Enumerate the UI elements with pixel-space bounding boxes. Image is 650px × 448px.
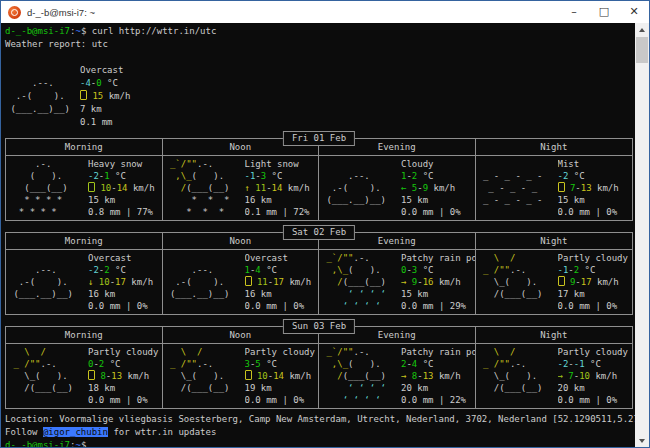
text-segment: 0.0 mm | 22% bbox=[401, 395, 466, 405]
day-label: Fri 01 Feb bbox=[283, 131, 355, 146]
terminal-text-line: 10-14 km/h bbox=[245, 370, 319, 382]
text-segment: km/h bbox=[434, 277, 461, 287]
forecast-day: Sat 02 FebMorningNoonEveningNight .--. .… bbox=[5, 232, 633, 315]
terminal-text-line: _ - _ - _ - bbox=[478, 194, 558, 206]
twitter-handle-link[interactable]: @igor_chubin bbox=[43, 427, 108, 437]
column-header: Morning bbox=[6, 327, 163, 344]
terminal-text-line: 15 km bbox=[401, 288, 475, 300]
text-segment: 16 km bbox=[88, 289, 115, 299]
terminal-output[interactable]: d-_-b@msi-i7:~$ curl http://wttr.in/utc … bbox=[1, 23, 635, 447]
app-icon bbox=[8, 6, 21, 19]
terminal-text-line: 0.1 mm | 72% bbox=[245, 206, 319, 218]
terminal-text-line: 0.0 mm | 0% bbox=[401, 206, 475, 218]
text-segment: km/h bbox=[592, 277, 619, 287]
terminal-text-line: * * * bbox=[165, 206, 245, 218]
weather-art: \ / _ /"".-. \_( ). /(___(__) bbox=[478, 252, 558, 313]
terminal-text-line: 0.0 mm | 0% bbox=[88, 394, 162, 406]
text-segment: km/h bbox=[434, 371, 461, 381]
text-segment: °C bbox=[417, 265, 433, 275]
text-segment: 0.8 mm | 77% bbox=[88, 207, 153, 217]
terminal-text-line: 20 km bbox=[558, 382, 633, 394]
text-segment: 14 bbox=[272, 183, 283, 193]
text-segment: 0.0 mm | 0% bbox=[558, 207, 618, 217]
text-segment: km/h bbox=[128, 183, 155, 193]
terminal-text-line bbox=[5, 116, 80, 129]
text-segment: * * * bbox=[165, 207, 225, 217]
titlebar[interactable]: d-_-b@msi-i7: ~ – □ ✕ bbox=[1, 1, 649, 23]
forecast-cell: \ / _ /"".-. \_( ). /(___(__)Partly clou… bbox=[163, 344, 320, 408]
terminal-text-line: 15 km bbox=[88, 194, 162, 206]
text-segment: ‘ ‘ ‘ ‘ bbox=[321, 289, 386, 299]
wind-direction-icon bbox=[558, 276, 565, 286]
terminal-text-line: \ / bbox=[478, 346, 558, 358]
terminal-text-line: .--. bbox=[321, 170, 401, 182]
text-segment: °C bbox=[266, 171, 282, 181]
terminal-text-line: _ /"".-. bbox=[165, 358, 245, 370]
terminal-text-line bbox=[321, 158, 401, 170]
weather-art: \ / _ /"".-. \_( ). /(___(__) bbox=[165, 346, 245, 407]
terminal-text-line: → 9-16 km/h bbox=[401, 276, 475, 288]
terminal-text-line: ↓ 10-17 km/h bbox=[88, 276, 162, 288]
terminal-text-line: 15 km bbox=[558, 194, 633, 206]
text-segment: °C bbox=[261, 359, 277, 369]
scrollbar[interactable] bbox=[635, 23, 649, 447]
text-segment: 10 bbox=[579, 371, 590, 381]
minimize-button[interactable]: – bbox=[559, 1, 589, 23]
text-segment: \_( ). bbox=[8, 371, 68, 381]
terminal-text-line: 20 km bbox=[401, 382, 475, 394]
scrollbar-thumb[interactable] bbox=[636, 37, 648, 63]
forecast-cell: \ / _ /"".-. \_( ). /(___(__)Partly clou… bbox=[6, 344, 163, 408]
terminal-text-line: 0.0 mm | 0% bbox=[558, 394, 633, 406]
terminal-text-line: 0.0 mm | 0% bbox=[88, 300, 162, 312]
weather-info: Patchy rain po…0-3 °C→ 9-16 km/h15 km0.0… bbox=[401, 252, 475, 313]
terminal-text-line: Patchy rain po… bbox=[401, 346, 475, 358]
close-button[interactable]: ✕ bbox=[619, 1, 649, 23]
terminal-text-line: 0-2 °C bbox=[88, 358, 162, 370]
terminal-text-line: /(___(__) bbox=[8, 382, 88, 394]
text-segment: ↓ bbox=[88, 277, 99, 287]
scroll-up-button[interactable] bbox=[635, 23, 649, 36]
terminal-text-line: ↑ 11-14 km/h bbox=[245, 182, 319, 194]
text-segment: Overcast bbox=[88, 253, 131, 263]
terminal-text-line: _ - _ - _ - bbox=[478, 170, 558, 182]
text-segment: 17 km bbox=[558, 289, 585, 299]
terminal-text-line bbox=[8, 252, 88, 264]
weather-art: _`/"".-. ,\_( ). /(___(__) ‘ ‘ ‘ ‘ ‘ ‘ ‘… bbox=[321, 346, 401, 407]
terminal-text-line: Overcast bbox=[245, 252, 319, 264]
text-segment: -2 bbox=[558, 171, 569, 181]
text-segment: 15 km bbox=[401, 195, 428, 205]
terminal-text-line: \_( ). bbox=[165, 370, 245, 382]
text-segment: .--. bbox=[5, 78, 54, 88]
terminal-text-line: 1-2 °C bbox=[401, 170, 475, 182]
terminal-text-line: Mist bbox=[558, 158, 633, 170]
window-title: d-_-b@msi-i7: ~ bbox=[27, 7, 559, 18]
terminal-text-line: 9-17 km/h bbox=[558, 276, 633, 288]
text-segment: \ / bbox=[165, 347, 203, 357]
current-conditions: .--. .-( ). (___.__)__) Overcast-4-0 °C … bbox=[5, 64, 635, 129]
follow-line: Follow @igor_chubin for wttr.in updates bbox=[5, 426, 635, 439]
terminal-text-line: ‘ ‘ ‘ ‘ bbox=[321, 300, 401, 312]
text-segment: Patchy rain po… bbox=[401, 347, 475, 357]
text-segment: °C bbox=[110, 265, 126, 275]
text-segment: °C bbox=[417, 171, 433, 181]
command-line: d-_-b@msi-i7:~$ curl http://wttr.in/utc bbox=[5, 25, 635, 38]
forecast-day: Sun 03 FebMorningNoonEveningNight \ / _ … bbox=[5, 326, 633, 409]
scroll-down-button[interactable] bbox=[635, 434, 649, 447]
text-segment: 16 bbox=[423, 277, 434, 287]
terminal-text-line: \_( ). bbox=[8, 370, 88, 382]
text-segment: .-. bbox=[197, 359, 213, 369]
maximize-button[interactable]: □ bbox=[589, 1, 619, 23]
column-header: Night bbox=[476, 327, 633, 344]
forecast-days: Fri 01 FebMorningNoonEveningNight .-. ( … bbox=[5, 138, 635, 409]
weather-art: _`/"".-. ,\_( ). /(___(__) * * * * * * bbox=[165, 158, 245, 219]
terminal-text-line: ,\_( ). bbox=[321, 264, 401, 276]
terminal-text-line: -2 °C bbox=[558, 170, 633, 182]
terminal-text-line: 10-14 km/h bbox=[88, 182, 162, 194]
terminal-text-line: .-. bbox=[8, 158, 88, 170]
text-segment: / bbox=[321, 277, 343, 287]
forecast-cell: .-. ( ). (___(__) * * * * * * * *Heavy s… bbox=[6, 156, 163, 220]
terminal-text-line: 0.0 mm | 22% bbox=[401, 394, 475, 406]
scroll-up-icon bbox=[639, 28, 645, 32]
text-segment: .-( ). bbox=[8, 277, 68, 287]
text-segment: 15 km bbox=[401, 289, 428, 299]
